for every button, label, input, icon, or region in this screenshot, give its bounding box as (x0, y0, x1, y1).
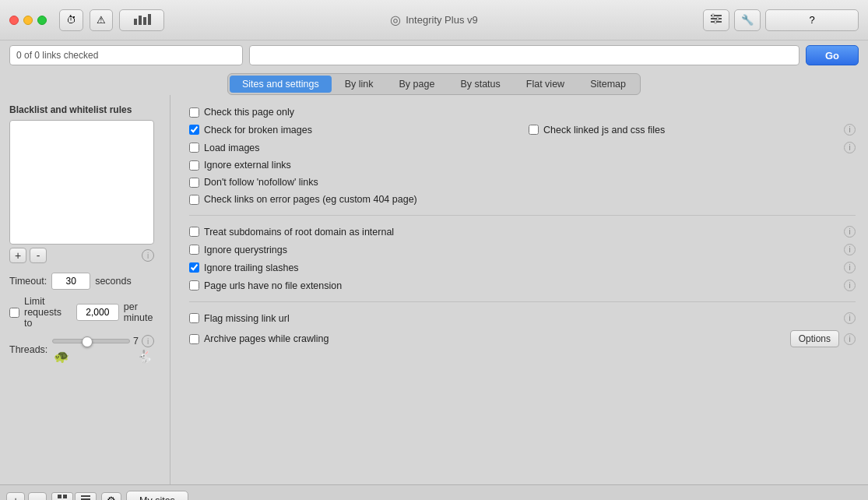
traffic-lights (9, 16, 47, 25)
settings-section: Timeout: 30 seconds Limit requests to 2,… (9, 273, 154, 364)
ignore-trailing-slashes-checkbox[interactable] (189, 262, 199, 273)
threads-info-icon[interactable]: i (142, 335, 154, 347)
check-broken-images-label: Check for broken images (204, 125, 516, 136)
svg-rect-14 (81, 495, 90, 497)
limit-input[interactable]: 2,000 (76, 304, 119, 321)
flag-missing-link-checkbox[interactable] (189, 313, 199, 323)
links-checked-display: 0 of 0 links checked (9, 45, 243, 65)
wrench-icon: 🔧 (741, 14, 754, 26)
ignore-querystrings-info-icon[interactable]: i (844, 244, 856, 255)
tools-button[interactable] (703, 9, 729, 31)
limit-checkbox[interactable] (9, 308, 19, 318)
load-images-info-icon[interactable]: i (844, 142, 856, 153)
tab-by-link[interactable]: By link (332, 76, 386, 93)
ignore-external-checkbox[interactable] (189, 160, 199, 171)
help-label: ? (809, 14, 814, 26)
svg-rect-11 (63, 495, 67, 498)
url-input[interactable] (249, 45, 799, 65)
archive-pages-checkbox[interactable] (189, 334, 199, 344)
go-button[interactable]: Go (806, 45, 859, 65)
load-images-checkbox[interactable] (189, 143, 199, 153)
gear-button[interactable]: ⚙ (101, 492, 121, 501)
threads-slider-thumb[interactable] (82, 336, 93, 347)
page-urls-no-ext-checkbox[interactable] (189, 280, 199, 290)
svg-rect-1 (139, 16, 142, 25)
treat-subdomains-checkbox[interactable] (189, 227, 199, 237)
ignore-external-label: Ignore external links (204, 160, 856, 171)
page-urls-no-ext-row: Page urls have no file extension i (189, 277, 856, 294)
app-title: Integrity Plus v9 (406, 14, 478, 26)
blacklist-info-icon[interactable]: i (142, 249, 154, 262)
warning-button[interactable]: ⚠ (90, 9, 113, 31)
blacklist-textarea[interactable] (9, 120, 154, 245)
titlebar: ⏱ ⚠ ◎ Integrity Plus v9 (0, 0, 868, 40)
right-panel: Check this page only Check for broken im… (177, 95, 868, 484)
app-icon: ◎ (390, 12, 401, 27)
check-linked-js-label: Check linked js and css files (543, 125, 839, 136)
ignore-trailing-slashes-label: Ignore trailing slashes (204, 262, 839, 273)
treat-subdomains-info-icon[interactable]: i (844, 226, 856, 238)
timeout-row: Timeout: 30 seconds (9, 273, 154, 290)
svg-rect-7 (712, 14, 714, 17)
svg-rect-10 (58, 495, 61, 498)
check-linked-js-checkbox[interactable] (529, 125, 539, 135)
list-view-button[interactable] (75, 492, 97, 501)
tabs-row: Sites and settings By link By page By st… (0, 70, 868, 95)
panel-divider (170, 95, 170, 484)
options-button[interactable]: Options (790, 330, 839, 347)
threads-slider-track (52, 339, 130, 343)
minimize-button[interactable] (23, 16, 33, 25)
check-linked-js-row: Check linked js and css files i (529, 121, 856, 138)
tab-sites-settings[interactable]: Sites and settings (230, 76, 332, 93)
archive-pages-info-icon[interactable]: i (844, 333, 856, 345)
page-urls-no-ext-label: Page urls have no file extension (204, 280, 839, 291)
ignore-querystrings-checkbox[interactable] (189, 245, 199, 255)
check-linked-js-info-icon[interactable]: i (844, 124, 856, 136)
warning-icon: ⚠ (97, 14, 106, 26)
bottom-remove-button[interactable]: - (28, 492, 47, 501)
add-remove-row: + - i (9, 248, 154, 263)
load-images-row: Load images i (189, 139, 856, 156)
treat-subdomains-row: Treat subdomains of root domain as inter… (189, 224, 856, 240)
blacklist-title: Blacklist and whitelist rules (9, 104, 154, 115)
my-sites-button[interactable]: My sites (126, 491, 188, 501)
bottom-add-button[interactable]: + (6, 492, 25, 501)
tab-by-page[interactable]: By page (387, 76, 448, 93)
timeout-input[interactable]: 30 (51, 273, 90, 290)
flag-missing-link-info-icon[interactable]: i (844, 312, 856, 324)
remove-rule-button[interactable]: - (30, 248, 47, 263)
tab-by-status[interactable]: By status (448, 76, 512, 93)
check-broken-images-checkbox[interactable] (189, 125, 199, 135)
tab-flat-view[interactable]: Flat view (514, 76, 577, 93)
check-error-pages-checkbox[interactable] (189, 195, 199, 205)
svg-rect-0 (134, 19, 137, 25)
ignore-trailing-slashes-info-icon[interactable]: i (844, 262, 856, 273)
archive-pages-label: Archive pages while crawling (204, 333, 785, 344)
limit-row: Limit requests to 2,000 per minute (9, 296, 154, 329)
right-divider-1 (189, 215, 856, 216)
limit-label: Limit requests to (24, 296, 72, 329)
tab-sitemap[interactable]: Sitemap (578, 76, 638, 93)
gear-icon: ⚙ (107, 495, 116, 500)
nofollow-checkbox[interactable] (189, 178, 199, 188)
tab-group: Sites and settings By link By page By st… (227, 73, 641, 95)
wrench-button[interactable]: 🔧 (734, 9, 761, 31)
left-panel: Blacklist and whitelist rules + - i Time… (0, 95, 163, 484)
check-this-page-label: Check this page only (204, 107, 856, 118)
check-this-page-checkbox[interactable] (189, 107, 199, 118)
flag-missing-link-label: Flag missing link url (204, 313, 839, 324)
timer-button[interactable]: ⏱ (59, 9, 83, 31)
ignore-external-row: Ignore external links (189, 157, 856, 173)
help-button[interactable]: ? (765, 9, 859, 31)
check-broken-images-row: Check for broken images (189, 121, 516, 138)
add-remove-buttons: + - (9, 248, 47, 263)
add-rule-button[interactable]: + (9, 248, 26, 263)
page-urls-no-ext-info-icon[interactable]: i (844, 280, 856, 291)
maximize-button[interactable] (37, 16, 47, 25)
close-button[interactable] (9, 16, 19, 25)
chart-button[interactable] (119, 9, 164, 31)
load-images-label: Load images (204, 143, 839, 153)
ignore-querystrings-row: Ignore querystrings i (189, 241, 856, 258)
images-row: Check for broken images Check linked js … (189, 121, 856, 138)
grid-view-button[interactable] (51, 492, 73, 501)
